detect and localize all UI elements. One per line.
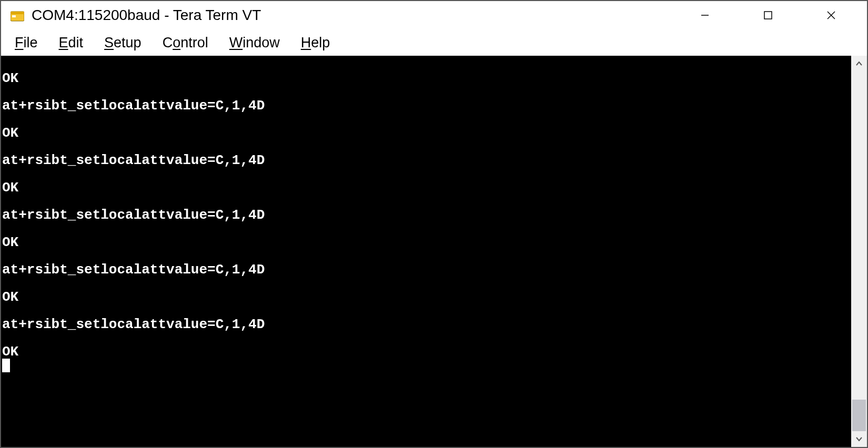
terminal-line bbox=[2, 277, 851, 290]
scroll-up-arrow-icon[interactable] bbox=[851, 56, 867, 72]
terminal-line: at+rsibt_setlocalattvalue=C,1,4D bbox=[2, 208, 851, 222]
svg-rect-4 bbox=[764, 12, 772, 19]
terminal-cursor-line bbox=[2, 359, 851, 372]
terminal-line: at+rsibt_setlocalattvalue=C,1,4D bbox=[2, 154, 851, 167]
terminal-output[interactable]: OKat+rsibt_setlocalattvalue=C,1,4DOKat+r… bbox=[1, 56, 851, 447]
terminal-line: OK bbox=[2, 181, 851, 195]
terminal-line: OK bbox=[2, 345, 851, 359]
menu-edit[interactable]: Edit bbox=[48, 33, 94, 53]
terminal-cursor bbox=[2, 359, 10, 372]
window-title: COM4:115200baud - Tera Term VT bbox=[32, 7, 673, 24]
terminal-line: OK bbox=[2, 290, 851, 304]
terminal-line bbox=[2, 58, 851, 72]
terminal-line bbox=[2, 304, 851, 318]
title-bar[interactable]: COM4:115200baud - Tera Term VT bbox=[1, 1, 867, 29]
scroll-down-arrow-icon[interactable] bbox=[851, 431, 867, 447]
terminal-line bbox=[2, 140, 851, 154]
terminal-line: OK bbox=[2, 236, 851, 249]
menu-setup[interactable]: Setup bbox=[94, 33, 152, 53]
terminal-line bbox=[2, 167, 851, 181]
svg-rect-2 bbox=[12, 15, 16, 17]
menu-help[interactable]: Help bbox=[290, 33, 341, 53]
terminal-line: at+rsibt_setlocalattvalue=C,1,4D bbox=[2, 99, 851, 113]
terminal-line bbox=[2, 331, 851, 345]
terminal-line bbox=[2, 249, 851, 263]
vertical-scrollbar[interactable] bbox=[851, 56, 867, 447]
terminal-line bbox=[2, 113, 851, 126]
scrollbar-track[interactable] bbox=[851, 72, 867, 431]
app-icon bbox=[11, 9, 24, 22]
terminal-line: at+rsibt_setlocalattvalue=C,1,4D bbox=[2, 263, 851, 277]
maximize-button[interactable] bbox=[736, 1, 800, 29]
window-controls bbox=[673, 1, 863, 29]
terminal-line bbox=[2, 195, 851, 208]
menu-bar: FileEditSetupControlWindowHelp bbox=[1, 29, 867, 56]
terminal-line: at+rsibt_setlocalattvalue=C,1,4D bbox=[2, 318, 851, 331]
menu-file[interactable]: File bbox=[4, 33, 48, 53]
close-button[interactable] bbox=[800, 1, 863, 29]
menu-window[interactable]: Window bbox=[219, 33, 290, 53]
minimize-button[interactable] bbox=[673, 1, 736, 29]
scrollbar-thumb[interactable] bbox=[852, 400, 866, 431]
terminal-line: OK bbox=[2, 126, 851, 140]
menu-control[interactable]: Control bbox=[152, 33, 219, 53]
terminal-line: OK bbox=[2, 72, 851, 85]
svg-rect-1 bbox=[11, 12, 24, 14]
app-window: COM4:115200baud - Tera Term VT FileEditS… bbox=[0, 0, 868, 448]
client-area: OKat+rsibt_setlocalattvalue=C,1,4DOKat+r… bbox=[1, 56, 867, 447]
terminal-line bbox=[2, 85, 851, 99]
terminal-line bbox=[2, 222, 851, 236]
